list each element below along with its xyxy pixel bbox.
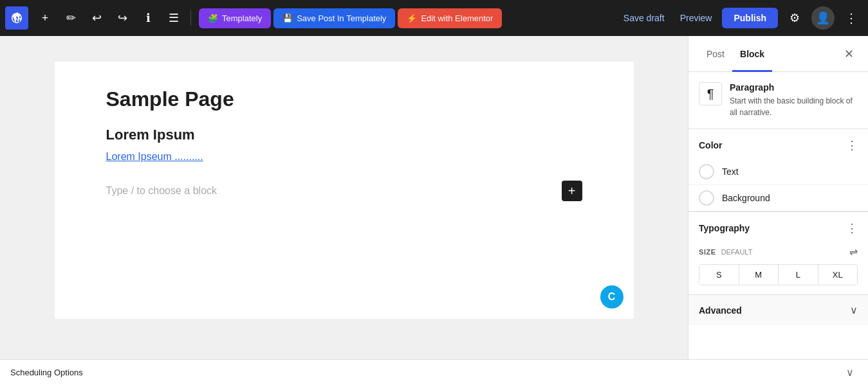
size-controls-icon[interactable]: ⇌ [849,246,858,258]
background-color-circle [699,190,714,206]
save-post-templately-button[interactable]: 💾 Save Post In Templately [273,8,395,28]
font-size-buttons: S M L XL [699,264,858,285]
typography-more-button[interactable]: ⋮ [846,221,858,235]
font-size-l-button[interactable]: L [779,265,818,285]
font-size-s-button[interactable]: S [699,265,739,285]
elementor-icon: ⚡ [407,13,417,23]
settings-button[interactable]: ⚙ [783,6,806,30]
preview-button[interactable]: Preview [675,9,717,27]
save-draft-button[interactable]: Save draft [618,9,670,27]
size-default-label: DEFAULT [721,248,753,256]
block-info-text: Paragraph Start with the basic building … [730,82,858,118]
sidebar-tabs: Post Block ✕ [688,36,868,72]
undo-button[interactable]: ↩ [85,6,108,30]
add-block-button[interactable]: + [33,6,57,30]
advanced-chevron-icon: ∨ [850,304,858,316]
templately-icon: 🧩 [208,13,218,23]
size-label: SIZE [699,248,716,256]
color-text-option[interactable]: Text [688,159,868,185]
block-placeholder[interactable]: Type / to choose a block + [106,175,582,206]
redo-button[interactable]: ↪ [111,6,134,30]
sidebar-close-button[interactable]: ✕ [840,45,858,63]
block-name: Paragraph [730,82,858,93]
placeholder-text: Type / to choose a block [106,185,217,197]
color-background-option[interactable]: Background [688,185,868,211]
block-link[interactable]: Lorem Ipseum .......... [106,151,582,163]
paragraph-icon: ¶ [699,82,722,105]
editor-canvas[interactable]: Sample Page Lorem Ipsum Lorem Ipseum ...… [0,36,688,359]
save-templately-icon: 💾 [282,13,293,23]
tab-block[interactable]: Block [732,44,772,64]
color-more-button[interactable]: ⋮ [846,138,858,152]
editor-content: Sample Page Lorem Ipsum Lorem Ipseum ...… [55,62,634,319]
color-section-header: Color ⋮ [688,129,868,159]
font-size-xl-button[interactable]: XL [818,265,858,285]
typography-section-header: Typography ⋮ [688,212,868,242]
teal-help-icon[interactable]: C [600,285,623,309]
info-button[interactable]: ℹ [136,6,160,30]
typography-title: Typography [699,223,750,233]
publish-button[interactable]: Publish [722,8,778,28]
user-avatar[interactable]: 👤 [811,6,835,30]
block-description: Start with the basic building block of a… [730,95,858,118]
advanced-title: Advanced [699,305,742,316]
scheduling-chevron-icon[interactable]: ∨ [842,365,858,381]
scheduling-options-label: Scheduling Options [10,368,83,377]
text-color-label: Text [722,166,739,177]
toolbar-right: Save draft Preview Publish ⚙ 👤 ⋮ [618,6,863,30]
right-sidebar: Post Block ✕ ¶ Paragraph Start with the … [688,36,868,359]
advanced-section[interactable]: Advanced ∨ [688,295,868,325]
templately-label: Templately [222,13,262,23]
block-info: ¶ Paragraph Start with the basic buildin… [688,72,868,129]
edit-elementor-button[interactable]: ⚡ Edit with Elementor [398,8,502,28]
scheduling-bar: Scheduling Options ∨ [0,359,868,385]
main-area: Sample Page Lorem Ipsum Lorem Ipseum ...… [0,36,868,359]
toolbar: + ✏ ↩ ↪ ℹ ☰ 🧩 Templately 💾 Save Post In … [0,0,868,36]
font-size-m-button[interactable]: M [739,265,779,285]
typography-section: Typography ⋮ SIZE DEFAULT ⇌ S M L XL [688,212,868,295]
edit-elementor-label: Edit with Elementor [421,13,493,23]
color-section-title: Color [699,140,723,150]
list-view-button[interactable]: ☰ [162,6,185,30]
separator-1 [190,10,191,26]
text-color-circle [699,164,714,179]
save-post-templately-label: Save Post In Templately [297,13,386,23]
more-options-button[interactable]: ⋮ [840,6,863,30]
edit-button[interactable]: ✏ [59,6,82,30]
color-section: Color ⋮ Text Background [688,129,868,212]
block-heading[interactable]: Lorem Ipsum [106,127,582,143]
background-color-label: Background [722,193,770,203]
tab-post[interactable]: Post [699,44,732,64]
add-block-inline-button[interactable]: + [562,181,582,201]
wp-logo[interactable] [5,6,28,30]
typo-size-row: SIZE DEFAULT ⇌ [688,242,868,264]
page-title: Sample Page [106,87,582,111]
templately-button[interactable]: 🧩 Templately [199,8,271,28]
